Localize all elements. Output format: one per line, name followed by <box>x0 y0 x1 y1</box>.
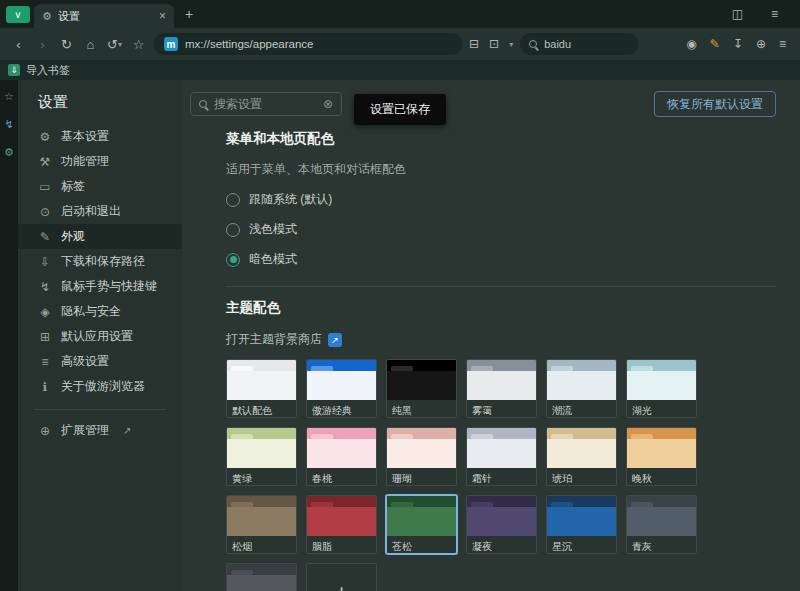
rail-passkeeper-icon[interactable]: ↯ <box>4 118 13 131</box>
extensions-icon[interactable]: ⊕ <box>756 37 766 51</box>
sidebar-item[interactable]: ↯鼠标手势与快捷键 <box>18 274 182 299</box>
tools-icon: ⚒ <box>38 155 52 169</box>
theme-card[interactable]: 晚秋 <box>626 427 697 486</box>
sidebar-item[interactable]: ⚒功能管理 <box>18 149 182 174</box>
split-view-button[interactable]: ⊡ <box>489 37 499 51</box>
window-menu-icon[interactable]: ≡ <box>771 7 778 21</box>
sidebar-item[interactable]: ⊙启动和退出 <box>18 199 182 224</box>
theme-label: 星沉 <box>547 536 616 553</box>
theme-card[interactable]: 苍松 <box>386 495 457 554</box>
tab-close-icon[interactable]: × <box>159 9 166 23</box>
color-mode-radio[interactable]: 浅色模式 <box>226 221 297 238</box>
main-area: ☆ ↯ ⚙ 设置 ⚙基本设置⚒功能管理▭标签⊙启动和退出✎外观⇩下载和保存路径↯… <box>0 80 800 591</box>
theme-label: 霜针 <box>467 468 536 485</box>
rail-settings-icon[interactable]: ⚙ <box>4 146 14 159</box>
restore-defaults-button[interactable]: 恢复所有默认设置 <box>654 91 776 117</box>
radio-icon <box>226 223 240 237</box>
theme-card[interactable]: 暗夜 <box>226 563 297 591</box>
side-rail: ☆ ↯ ⚙ <box>0 80 18 591</box>
window-restore-icon[interactable]: ◫ <box>732 7 743 21</box>
browser-window: ∨ ⚙ 设置 × + ◫ ≡ ‹ › ↻ ⌂ ↺ ▾ ☆ m mx://sett… <box>0 0 800 591</box>
favorite-star-button[interactable]: ☆ <box>130 37 147 52</box>
theme-label: 湖光 <box>627 400 696 417</box>
advanced-icon: ≡ <box>38 355 52 369</box>
theme-card[interactable]: 春桃 <box>306 427 377 486</box>
home-button[interactable]: ⌂ <box>82 37 99 52</box>
add-theme-card[interactable]: + <box>306 563 377 591</box>
sidebar-item-label: 关于傲游浏览器 <box>61 378 145 395</box>
sidebar-item[interactable]: ✎外观 <box>18 224 182 249</box>
sidebar-item[interactable]: ⇩下载和保存路径 <box>18 249 182 274</box>
settings-content: 搜索设置 ⊗ 恢复所有默认设置 菜单和本地页配色 适用于菜单、本地页和对话框配色… <box>182 80 800 591</box>
sidebar-item-label: 隐私与安全 <box>61 303 121 320</box>
theme-card[interactable]: 纯黑 <box>386 359 457 418</box>
theme-card[interactable]: 星沉 <box>546 495 617 554</box>
theme-card[interactable]: 黄绿 <box>226 427 297 486</box>
theme-grid: 默认配色傲游经典纯黑雾霭潮流湖光黄绿春桃珊瑚霜针琥珀晚秋松烟胭脂苍松凝夜星沉青灰… <box>226 359 776 591</box>
tab-icon: ▭ <box>38 180 52 194</box>
reader-mode-button[interactable]: ⊟ <box>469 37 479 51</box>
chevron-down-icon: ▾ <box>118 40 122 49</box>
rail-favorites-icon[interactable]: ☆ <box>4 90 14 103</box>
note-icon[interactable]: ✎ <box>710 37 720 51</box>
theme-card[interactable]: 凝夜 <box>466 495 537 554</box>
maxthon-menu-button[interactable]: ∨ <box>6 6 30 23</box>
snapshot-camera-icon[interactable]: ◉ <box>686 37 696 51</box>
theme-card[interactable]: 青灰 <box>626 495 697 554</box>
download-icon[interactable]: ↧ <box>733 37 743 51</box>
theme-label: 晚秋 <box>627 468 696 485</box>
mouse-icon: ↯ <box>38 280 52 294</box>
theme-card[interactable]: 松烟 <box>226 495 297 554</box>
sidebar-item-label: 下载和保存路径 <box>61 253 145 270</box>
sidebar-item[interactable]: ⊞默认应用设置 <box>18 324 182 349</box>
sidebar-item-extensions[interactable]: ⊕ 扩展管理 ↗ <box>18 418 182 443</box>
theme-swatch <box>627 360 696 400</box>
open-theme-store-link[interactable]: 打开主题背景商店 ↗ <box>226 331 342 348</box>
radio-icon <box>226 253 240 267</box>
sidebar-item[interactable]: ◈隐私与安全 <box>18 299 182 324</box>
theme-card[interactable]: 胭脂 <box>306 495 377 554</box>
sidebar-item[interactable]: ⚙基本设置 <box>18 124 182 149</box>
theme-card[interactable]: 傲游经典 <box>306 359 377 418</box>
chevron-down-icon[interactable]: ▾ <box>509 40 513 49</box>
sidebar-item-label: 默认应用设置 <box>61 328 133 345</box>
import-bookmarks-button[interactable]: 导入书签 <box>26 63 70 78</box>
color-mode-radio[interactable]: 跟随系统 (默认) <box>226 191 332 208</box>
browser-menu-icon[interactable]: ≡ <box>779 37 786 51</box>
info-icon: ℹ <box>38 380 52 394</box>
radio-icon <box>226 193 240 207</box>
chevron-down-icon: ∨ <box>14 9 21 20</box>
undo-icon: ↺ <box>107 37 118 52</box>
undo-button[interactable]: ↺ ▾ <box>106 37 123 52</box>
power-icon: ⊙ <box>38 205 52 219</box>
theme-swatch <box>387 360 456 400</box>
forward-button[interactable]: › <box>34 37 51 52</box>
back-button[interactable]: ‹ <box>10 37 27 52</box>
sidebar-item-label: 功能管理 <box>61 153 109 170</box>
download-icon: ⇩ <box>38 255 52 269</box>
theme-card[interactable]: 雾霭 <box>466 359 537 418</box>
theme-swatch <box>387 496 456 536</box>
new-tab-button[interactable]: + <box>178 3 200 25</box>
search-icon <box>199 100 207 108</box>
sidebar-item[interactable]: ℹ关于傲游浏览器 <box>18 374 182 399</box>
sidebar-item-label: 高级设置 <box>61 353 109 370</box>
refresh-button[interactable]: ↻ <box>58 37 75 52</box>
theme-card[interactable]: 琥珀 <box>546 427 617 486</box>
store-link-label: 打开主题背景商店 <box>226 331 322 348</box>
theme-card[interactable]: 霜针 <box>466 427 537 486</box>
address-bar[interactable]: m mx://settings/appearance <box>154 33 462 55</box>
color-mode-radio[interactable]: 暗色模式 <box>226 251 297 268</box>
clear-search-icon[interactable]: ⊗ <box>323 97 333 111</box>
theme-card[interactable]: 湖光 <box>626 359 697 418</box>
sidebar-item[interactable]: ▭标签 <box>18 174 182 199</box>
theme-card[interactable]: 珊瑚 <box>386 427 457 486</box>
window-controls: ◫ ≡ <box>732 7 778 21</box>
settings-search-input[interactable]: 搜索设置 ⊗ <box>190 92 342 116</box>
sidebar-item[interactable]: ≡高级设置 <box>18 349 182 374</box>
tab-settings[interactable]: ⚙ 设置 × <box>34 4 174 28</box>
quick-search-box[interactable]: baidu <box>520 33 638 55</box>
sidebar-item-label: 基本设置 <box>61 128 109 145</box>
theme-card[interactable]: 默认配色 <box>226 359 297 418</box>
theme-card[interactable]: 潮流 <box>546 359 617 418</box>
